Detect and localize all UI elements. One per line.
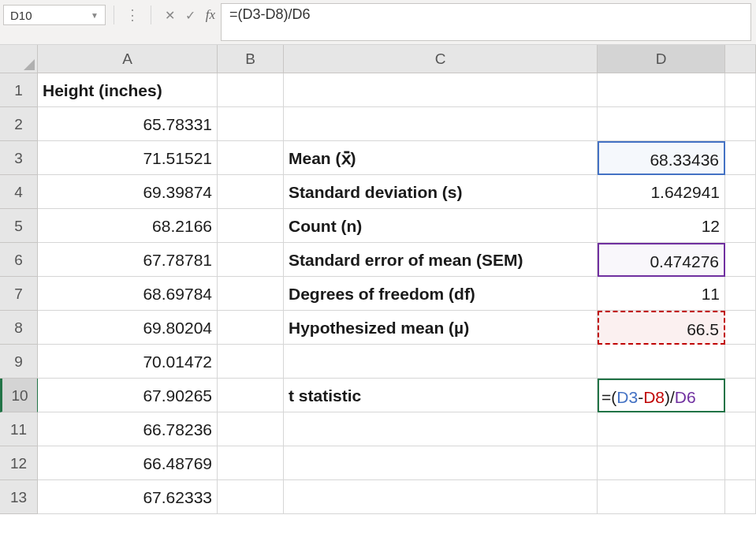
cell-B13[interactable] — [218, 480, 284, 514]
cell-E2[interactable] — [725, 107, 756, 141]
row-header-8[interactable]: 8 — [0, 311, 38, 345]
cell-D7[interactable]: 11 — [598, 277, 725, 311]
cell-E3[interactable] — [725, 141, 756, 175]
cell-A4[interactable]: 69.39874 — [38, 175, 218, 209]
cell-C10[interactable]: t statistic — [284, 379, 598, 412]
cell-D6[interactable]: 0.474276 — [598, 243, 725, 277]
cell-D5[interactable]: 12 — [598, 209, 725, 243]
select-all-corner[interactable] — [0, 45, 38, 73]
cell-C2[interactable] — [284, 107, 598, 141]
enter-icon[interactable]: ✓ — [180, 8, 200, 23]
cell-A12[interactable]: 66.48769 — [38, 446, 218, 480]
cell-B7[interactable] — [218, 277, 284, 311]
cell-D12[interactable] — [598, 446, 725, 480]
formula-text: =(D3-D8)/D6 — [229, 6, 311, 23]
cell-A7[interactable]: 68.69784 — [38, 277, 218, 311]
spreadsheet-grid: A B C D 1 Height (inches) 2 65.78331 3 7… — [0, 45, 756, 514]
cell-D11[interactable] — [598, 412, 725, 446]
cell-C1[interactable] — [284, 73, 598, 107]
cell-A6[interactable]: 67.78781 — [38, 243, 218, 277]
cell-B8[interactable] — [218, 311, 284, 345]
edit-formula: =(D3-D8)/D6 — [601, 380, 696, 414]
cell-C6[interactable]: Standard error of mean (SEM) — [284, 243, 598, 277]
cell-C11[interactable] — [284, 412, 598, 446]
cell-E6[interactable] — [725, 243, 756, 277]
cell-D8[interactable]: 66.5 — [598, 311, 725, 345]
cell-B12[interactable] — [218, 446, 284, 480]
row-header-10[interactable]: 10 — [0, 379, 38, 412]
row-header-5[interactable]: 5 — [0, 209, 38, 243]
cell-D13[interactable] — [598, 480, 725, 514]
cell-C8[interactable]: Hypothesized mean (µ) — [284, 311, 598, 345]
cell-C5[interactable]: Count (n) — [284, 209, 598, 243]
cell-A9[interactable]: 70.01472 — [38, 345, 218, 379]
row-header-2[interactable]: 2 — [0, 107, 38, 141]
cell-A13[interactable]: 67.62333 — [38, 480, 218, 514]
row-header-1[interactable]: 1 — [0, 73, 38, 107]
menu-dots-icon[interactable]: ⋮ — [122, 6, 143, 24]
cell-A5[interactable]: 68.2166 — [38, 209, 218, 243]
name-box[interactable]: D10 ▼ — [3, 5, 106, 25]
cell-A11[interactable]: 66.78236 — [38, 412, 218, 446]
formula-bar-left: D10 ▼ ⋮ ✕ ✓ fx — [0, 3, 221, 25]
cell-C7[interactable]: Degrees of freedom (df) — [284, 277, 598, 311]
cell-A10[interactable]: 67.90265 — [38, 379, 218, 412]
row-header-6[interactable]: 6 — [0, 243, 38, 277]
chevron-down-icon[interactable]: ▼ — [91, 11, 99, 20]
cell-A2[interactable]: 65.78331 — [38, 107, 218, 141]
cell-B1[interactable] — [218, 73, 284, 107]
fx-icon[interactable]: fx — [200, 7, 221, 23]
cell-B11[interactable] — [218, 412, 284, 446]
cell-E10[interactable] — [725, 379, 756, 412]
cell-B4[interactable] — [218, 175, 284, 209]
divider — [114, 6, 114, 24]
cell-D10-editing[interactable]: =(D3-D8)/D6 — [598, 379, 725, 412]
col-header-A[interactable]: A — [38, 45, 218, 73]
row-header-4[interactable]: 4 — [0, 175, 38, 209]
cell-A8[interactable]: 69.80204 — [38, 311, 218, 345]
cell-E7[interactable] — [725, 277, 756, 311]
cell-D2[interactable] — [598, 107, 725, 141]
cell-B9[interactable] — [218, 345, 284, 379]
cell-E13[interactable] — [725, 480, 756, 514]
row-header-11[interactable]: 11 — [0, 412, 38, 446]
cell-A3[interactable]: 71.51521 — [38, 141, 218, 175]
cell-D4[interactable]: 1.642941 — [598, 175, 725, 209]
formula-bar: D10 ▼ ⋮ ✕ ✓ fx =(D3-D8)/D6 — [0, 0, 756, 45]
cell-C4[interactable]: Standard deviation (s) — [284, 175, 598, 209]
cell-E12[interactable] — [725, 446, 756, 480]
cell-D1[interactable] — [598, 73, 725, 107]
name-box-value: D10 — [10, 9, 32, 22]
cell-B2[interactable] — [218, 107, 284, 141]
cell-E1[interactable] — [725, 73, 756, 107]
cell-E4[interactable] — [725, 175, 756, 209]
cell-E11[interactable] — [725, 412, 756, 446]
cell-E8[interactable] — [725, 311, 756, 345]
cell-E9[interactable] — [725, 345, 756, 379]
divider — [151, 6, 151, 24]
cell-E5[interactable] — [725, 209, 756, 243]
cell-B6[interactable] — [218, 243, 284, 277]
cell-B10[interactable] — [218, 379, 284, 412]
cell-C9[interactable] — [284, 345, 598, 379]
cell-C12[interactable] — [284, 446, 598, 480]
col-header-D[interactable]: D — [598, 45, 725, 73]
cell-B3[interactable] — [218, 141, 284, 175]
cell-C13[interactable] — [284, 480, 598, 514]
row-header-13[interactable]: 13 — [0, 480, 38, 514]
cell-C3[interactable]: Mean (x̄) — [284, 141, 598, 175]
col-header-E[interactable] — [725, 45, 756, 73]
cell-A1[interactable]: Height (inches) — [38, 73, 218, 107]
col-header-B[interactable]: B — [218, 45, 284, 73]
formula-input[interactable]: =(D3-D8)/D6 — [221, 3, 751, 41]
col-header-C[interactable]: C — [284, 45, 598, 73]
row-header-3[interactable]: 3 — [0, 141, 38, 175]
cell-B5[interactable] — [218, 209, 284, 243]
cell-D3[interactable]: 68.33436 — [598, 141, 725, 175]
row-header-9[interactable]: 9 — [0, 345, 38, 379]
cancel-icon[interactable]: ✕ — [159, 8, 180, 23]
row-header-12[interactable]: 12 — [0, 446, 38, 480]
cell-D9[interactable] — [598, 345, 725, 379]
row-header-7[interactable]: 7 — [0, 277, 38, 311]
